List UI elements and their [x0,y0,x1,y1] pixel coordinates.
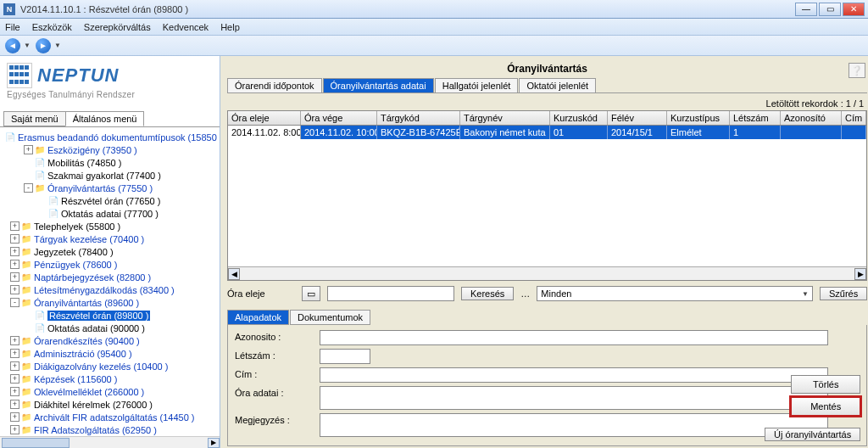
input-azonosito[interactable] [320,330,828,345]
label-letszam: Létszám : [235,349,320,361]
tab-general-menu[interactable]: Általános menü [65,111,145,126]
menu-roles[interactable]: Szerepkörváltás [84,22,151,32]
tree-item[interactable]: 📄Oktatás adatai (77700 ) [2,207,218,220]
help-icon[interactable]: ❔ [849,63,865,78]
maximize-button[interactable]: ▭ [819,3,841,16]
column-header[interactable]: Kurzuskód [550,111,608,125]
tree-item[interactable]: -📁Óranyilvántartás (89600 ) [2,296,218,309]
tree-item[interactable]: 📄Részvétel órán (77650 ) [2,194,218,207]
content-tabs: Órarendi időpontok Óranyilvántartás adat… [227,78,867,93]
minimize-button[interactable]: — [795,3,817,16]
label-cim: Cím : [235,367,320,379]
cell[interactable] [781,126,842,139]
content-pane: ❔ Óranyilvántartás Órarendi időpontok Ór… [220,56,868,448]
input-cim[interactable] [320,367,828,383]
save-button[interactable]: Mentés [791,397,860,416]
tab-teacher-presence[interactable]: Oktatói jelenlét [519,78,596,92]
input-letszam[interactable] [320,349,370,364]
tree-item[interactable]: +📁Órarendkészítés (90400 ) [2,334,218,347]
tree-item[interactable]: +📁Telephelyek (55800 ) [2,220,218,232]
tree-item[interactable]: 📄Oktatás adatai (90000 ) [2,322,218,334]
cell[interactable]: Bakonyi német kuta [460,126,550,139]
cell[interactable]: Elmélet [667,126,730,139]
tree-item[interactable]: 📄Részvétel órán (89800 ) [2,309,218,322]
tree-item[interactable]: +📁Adminisztráció (95400 ) [2,347,218,360]
column-header[interactable]: Tárgykód [377,111,460,125]
tree-scrollbar[interactable]: ▶ [0,436,220,448]
titlebar: N V2014.11.10.1 : Részvétel órán (89800 … [0,0,868,19]
page-title: Óranyilvántartás [227,63,867,75]
cell[interactable]: 01 [550,126,608,139]
back-dropdown[interactable]: ▼ [24,42,32,49]
menu-favs[interactable]: Kedvencek [163,22,209,32]
tree-item[interactable]: +📁Archivált FIR adatszolgáltatás (14450 … [2,411,218,423]
menubar: File Eszközök Szerepkörváltás Kedvencek … [0,19,868,36]
tree-item[interactable]: +📁Jegyzetek (78400 ) [2,245,218,258]
tree-item[interactable]: +📁Eszközigény (73950 ) [2,143,218,156]
tab-own-menu[interactable]: Saját menü [3,111,66,126]
tree[interactable]: 📄Erasmus beadandó dokumentumtípusok (158… [0,126,220,436]
tab-attendance-data[interactable]: Óranyilvántartás adatai [323,78,434,92]
tree-item[interactable]: +📁Tárgyak kezelése (70400 ) [2,232,218,245]
label-megjegyzes: Megjegyzés : [235,413,320,425]
column-header[interactable]: Tárgynév [460,111,550,125]
cell[interactable]: 1 [730,126,781,139]
tree-item[interactable]: 📄Szakmai gyakorlat (77400 ) [2,169,218,182]
logo: NEPTUN [7,63,213,88]
menu-tools[interactable]: Eszközök [32,22,72,32]
close-button[interactable]: ✕ [843,3,865,16]
back-button[interactable]: ◄ [5,38,20,53]
column-header[interactable]: Félév [608,111,667,125]
search-button[interactable]: Keresés [461,287,514,300]
search-mode-button[interactable]: ▭ [302,286,320,301]
subtab-documents[interactable]: Dokumentumok [290,310,370,325]
tree-item[interactable]: +📁Diákhitel kérelmek (276000 ) [2,398,218,411]
toolbar: ◄▼ ►▼ [0,36,868,56]
menu-file[interactable]: File [5,22,20,32]
search-input[interactable] [327,286,454,301]
delete-button[interactable]: Törlés [791,375,860,394]
tree-item[interactable]: +📁FIR Adatszolgáltatás (62950 ) [2,423,218,436]
subtab-basedata[interactable]: Alapadatok [227,310,289,325]
cell[interactable]: 2014.11.02. 8:00:00 [228,126,301,139]
tree-item[interactable]: +📁Naptárbejegyzések (82800 ) [2,271,218,283]
window-title: V2014.11.10.1 : Részvétel órán (89800 ) [20,4,795,14]
menu-help[interactable]: Help [220,22,240,32]
app-icon: N [3,3,15,15]
tree-item[interactable]: 📄Mobilitás (74850 ) [2,156,218,169]
cell[interactable]: BKQZ-B1B-67425É [377,126,460,139]
cell[interactable] [842,126,866,139]
tree-item[interactable]: +📁Diákigazolvány kezelés (10400 ) [2,360,218,372]
filter-button[interactable]: Szűrés [820,287,867,300]
cell[interactable]: 2014.11.02. 10:00:0 [301,126,377,139]
column-header[interactable]: Óra vége [301,111,377,125]
tree-item[interactable]: +📁Pénzügyek (78600 ) [2,258,218,271]
new-record-button[interactable]: Új óranyilvántartás [765,428,860,441]
search-row: Óra eleje ▭ Keresés … Minden▼ Szűrés [227,286,867,301]
logo-subtitle: Egységes Tanulmányi Rendszer [7,90,213,99]
tree-item[interactable]: +📁Képzések (115600 ) [2,372,218,385]
input-megjegyzes[interactable] [320,413,828,437]
column-header[interactable]: Cím [842,111,866,125]
tab-schedule[interactable]: Órarendi időpontok [227,78,322,92]
data-grid[interactable]: Óra elejeÓra végeTárgykódTárgynévKurzusk… [227,110,867,281]
logo-text: NEPTUN [37,64,119,87]
label-oraadat: Óra adatai : [235,386,320,398]
tree-item[interactable]: +📁Létesítménygazdálkodás (83400 ) [2,283,218,296]
forward-button[interactable]: ► [36,38,51,53]
forward-dropdown[interactable]: ▼ [54,42,63,49]
tree-item[interactable]: -📁Óranyilvántartás (77550 ) [2,182,218,194]
label-azonosito: Azonosito : [235,330,320,342]
grid-scrollbar[interactable]: ◀▶ [228,266,866,280]
tree-item[interactable]: 📄Erasmus beadandó dokumentumtípusok (158… [2,131,218,143]
tree-item[interactable]: +📁Oklevélmelléklet (266000 ) [2,385,218,398]
input-oraadat[interactable] [320,386,828,410]
column-header[interactable]: Létszám [730,111,781,125]
cell[interactable]: 2014/15/1 [608,126,667,139]
column-header[interactable]: Óra eleje [228,111,301,125]
records-count: Letöltött rekordok : 1 / 1 [227,98,864,109]
tab-student-presence[interactable]: Hallgatói jelenlét [435,78,519,92]
column-header[interactable]: Kurzustípus [667,111,730,125]
filter-combo[interactable]: Minden▼ [537,286,813,301]
column-header[interactable]: Azonosító [781,111,842,125]
